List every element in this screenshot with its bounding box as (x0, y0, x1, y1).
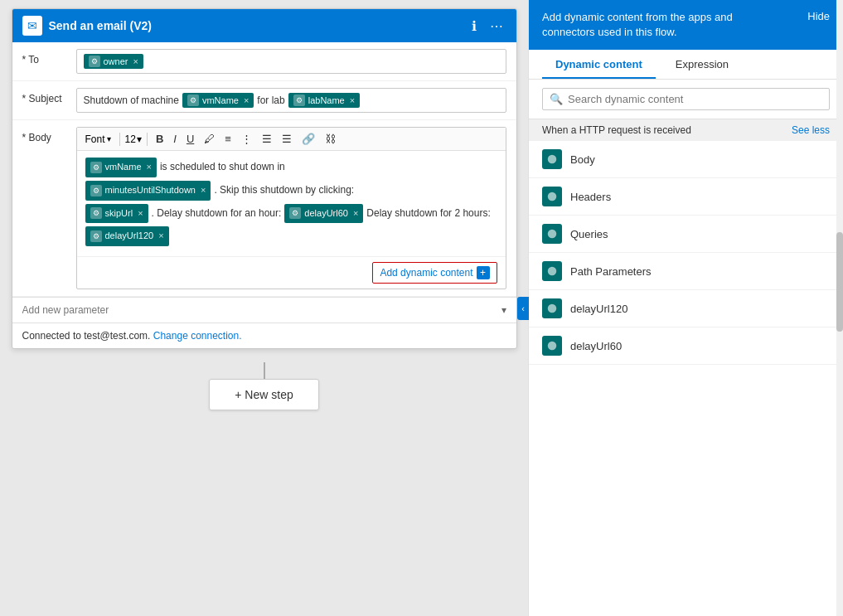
hide-button[interactable]: Hide (807, 10, 830, 22)
chip-remove[interactable]: × (147, 159, 152, 176)
align-right-button[interactable]: ☰ (279, 131, 295, 147)
new-step-label: + New step (235, 388, 293, 401)
item-icon-svg (546, 303, 558, 314)
panel-header: Add dynamic content from the apps and co… (529, 0, 843, 50)
add-param-input[interactable] (22, 304, 495, 316)
ul-button[interactable]: ≡ (221, 131, 235, 147)
body-text4: Delay shutdown for 2 hours: (366, 205, 490, 223)
list-item[interactable]: Queries (529, 216, 843, 253)
underline-button[interactable]: U (183, 131, 197, 147)
panel-scrollbar[interactable] (836, 0, 843, 616)
card-footer: Connected to test@test.com. Change conne… (12, 323, 516, 348)
tab-expression[interactable]: Expression (662, 50, 742, 79)
editor-toolbar: Font ▾ 12 ▾ B I U 🖊 (77, 128, 506, 151)
to-row: * To ⚙ owner × (12, 42, 516, 81)
chip-icon: ⚙ (90, 185, 102, 196)
panel-header-text: Add dynamic content from the apps and co… (542, 10, 774, 40)
font-size-value: 12 (125, 133, 136, 145)
email-icon-box: ✉ (22, 16, 42, 36)
chip-remove[interactable]: × (133, 56, 138, 66)
list-item[interactable]: Path Parameters (529, 253, 843, 290)
collapse-panel-arrow[interactable]: ‹ (517, 297, 529, 320)
dynamic-panel: ‹ Add dynamic content from the apps and … (528, 0, 843, 616)
chip-icon: ⚙ (293, 95, 305, 106)
item-label: Headers (570, 191, 611, 203)
card-header: ✉ Send an email (V2) ℹ ⋯ (12, 9, 516, 42)
envelope-icon: ✉ (27, 19, 37, 32)
chip-remove[interactable]: × (138, 206, 143, 222)
footer-text: Connected to test@test.com. (22, 330, 151, 342)
item-label: Path Parameters (570, 265, 652, 278)
bold-button[interactable]: B (153, 131, 167, 147)
card-header-left: ✉ Send an email (V2) (22, 16, 152, 36)
body-label: * Body (22, 127, 68, 143)
list-item[interactable]: Headers (529, 178, 843, 216)
add-param-row: ▾ (12, 297, 516, 323)
change-connection-link[interactable]: Change connection. (153, 330, 242, 342)
new-step-container: + New step (209, 362, 318, 410)
body-chip-vmname[interactable]: ⚙ vmName × (85, 158, 157, 177)
align-left-button[interactable]: ☰ (259, 131, 275, 147)
list-item[interactable]: delayUrl60 (529, 327, 843, 365)
tab-dynamic-content[interactable]: Dynamic content (542, 50, 656, 79)
editor-content[interactable]: ⚙ vmName × is scheduled to shut down in … (77, 151, 506, 256)
chip-remove[interactable]: × (350, 95, 355, 105)
body-editor[interactable]: Font ▾ 12 ▾ B I U 🖊 (76, 127, 506, 289)
subject-chip-vmname[interactable]: ⚙ vmName × (182, 93, 254, 108)
italic-button[interactable]: I (170, 131, 180, 147)
list-item[interactable]: delayUrl120 (529, 290, 843, 327)
item-label: delayUrl120 (570, 303, 627, 315)
card-body: * To ⚙ owner × * Subject Shutdown of mac… (12, 42, 516, 323)
body-chip-minutes[interactable]: ⚙ minutesUntilShutdown × (85, 181, 211, 201)
info-button[interactable]: ℹ (468, 17, 480, 36)
email-card: ✉ Send an email (V2) ℹ ⋯ * To ⚙ (12, 8, 517, 349)
subject-label: * Subject (22, 88, 68, 104)
list-item[interactable]: Body (529, 141, 843, 178)
item-label: Queries (570, 228, 608, 240)
link-button[interactable]: 🔗 (298, 131, 318, 147)
svg-point-1 (548, 192, 557, 201)
svg-point-0 (548, 155, 557, 164)
ol-button[interactable]: ⋮ (238, 131, 255, 147)
see-less-button[interactable]: See less (792, 124, 830, 136)
color-button[interactable]: 🖊 (201, 131, 218, 147)
body-line4: ⚙ delayUrl120 × (85, 226, 497, 246)
to-chip-owner[interactable]: ⚙ owner × (84, 54, 143, 69)
card-title: Send an email (V2) (49, 19, 152, 32)
chevron-icon: ▾ (107, 134, 111, 143)
chip-remove[interactable]: × (158, 228, 163, 245)
new-step-button[interactable]: + New step (209, 379, 318, 410)
chevron-icon: ▾ (137, 133, 142, 145)
subject-chip-labname[interactable]: ⚙ labName × (288, 93, 360, 108)
search-input[interactable] (568, 93, 822, 105)
chip-remove[interactable]: × (201, 182, 206, 199)
chip-icon: ⚙ (90, 207, 102, 219)
search-icon: 🔍 (550, 93, 563, 105)
chip-remove[interactable]: × (353, 206, 358, 222)
item-icon-svg (546, 228, 558, 240)
to-label: * To (22, 49, 68, 65)
body-line1: ⚙ vmName × is scheduled to shut down in (85, 158, 497, 177)
font-select[interactable]: Font ▾ (82, 132, 114, 147)
item-label: delayUrl60 (570, 340, 622, 352)
more-options-button[interactable]: ⋯ (487, 17, 506, 36)
toolbar-sep2 (147, 133, 148, 146)
chip-icon: ⚙ (90, 162, 102, 173)
item-icon (542, 298, 562, 318)
subject-text2: for lab (257, 95, 284, 106)
chip-remove[interactable]: × (244, 95, 249, 105)
subject-input-area[interactable]: Shutdown of machine ⚙ vmName × for lab ⚙… (76, 88, 506, 113)
body-chip-skipurl[interactable]: ⚙ skipUrl × (85, 204, 148, 224)
add-dynamic-button[interactable]: Add dynamic content + (372, 262, 497, 284)
subject-row: * Subject Shutdown of machine ⚙ vmName ×… (12, 81, 516, 120)
add-icon: + (477, 266, 490, 279)
body-chip-delayurl60[interactable]: ⚙ delayUrl60 × (284, 204, 363, 224)
body-line2: ⚙ minutesUntilShutdown × . Skip this shu… (85, 181, 497, 201)
body-line3: ⚙ skipUrl × . Delay shutdown for an hour… (85, 204, 497, 224)
connector-line (264, 362, 265, 379)
unlink-button[interactable]: ⛓ (322, 131, 339, 147)
item-icon-svg (546, 153, 558, 165)
body-chip-delayurl120[interactable]: ⚙ delayUrl120 × (85, 226, 169, 246)
to-input-area[interactable]: ⚙ owner × (76, 49, 506, 74)
scrollbar-thumb[interactable] (836, 232, 843, 332)
